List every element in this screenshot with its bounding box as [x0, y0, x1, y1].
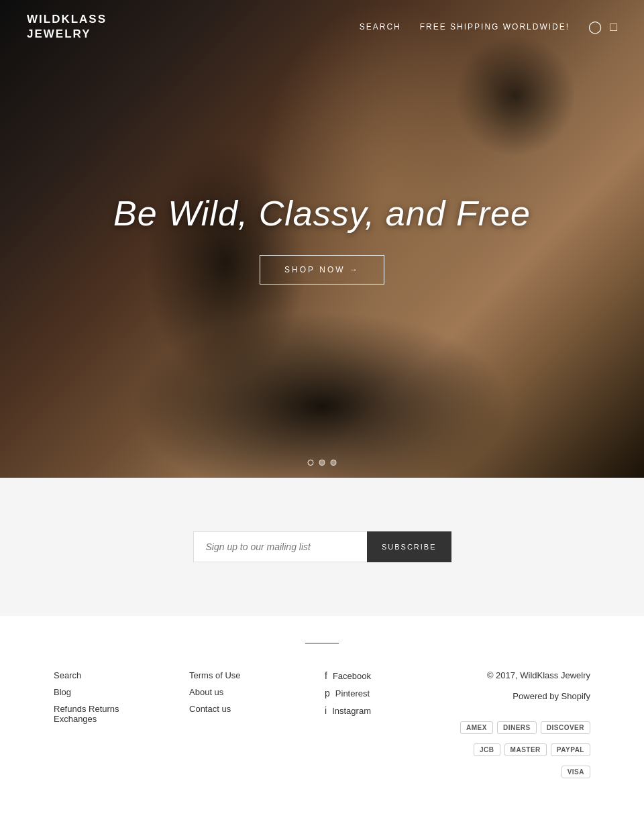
header-icons: ◯ □: [588, 19, 617, 34]
footer-pinterest-link[interactable]: p Pinterest: [325, 688, 447, 698]
footer-instagram-link[interactable]: i Instagram: [325, 705, 447, 716]
mailing-section: SUBSCRIBE: [0, 478, 644, 616]
footer-col-social: f Facebook p Pinterest i Instagram: [325, 670, 447, 778]
mailing-input[interactable]: [193, 531, 367, 562]
slider-dots: [308, 460, 337, 466]
payment-diners: DINERS: [497, 721, 537, 734]
payment-row-2: JCB MASTER PAYPAL: [460, 743, 590, 756]
cart-icon[interactable]: □: [610, 20, 617, 34]
footer-link-terms[interactable]: Terms of Use: [189, 670, 311, 680]
footer-col-2: Terms of Use About us Contact us: [189, 670, 311, 778]
payment-mastercard: MASTER: [504, 743, 547, 756]
footer-link-refunds[interactable]: Refunds ReturnsExchanges: [54, 704, 176, 724]
payment-paypal: PAYPAL: [551, 743, 590, 756]
payment-amex: AMEX: [460, 721, 493, 734]
pinterest-label: Pinterest: [335, 688, 370, 698]
hero-title: Be Wild, Classy, and Free: [113, 193, 531, 233]
footer-facebook-link[interactable]: f Facebook: [325, 670, 447, 681]
divider-section: [0, 616, 644, 657]
hero-content: Be Wild, Classy, and Free SHOP NOW →: [113, 193, 531, 284]
shipping-banner: FREE SHIPPING WORLDWIDE!: [420, 22, 570, 32]
footer-link-search[interactable]: Search: [54, 670, 176, 680]
payment-row-3: VISA: [460, 766, 590, 778]
facebook-icon: f: [325, 670, 327, 681]
nav-right: SEARCH FREE SHIPPING WORLDWIDE! ◯ □: [360, 19, 617, 34]
account-icon[interactable]: ◯: [588, 19, 602, 34]
payment-visa: VISA: [561, 766, 590, 778]
instagram-icon: i: [325, 705, 327, 716]
footer-copyright: © 2017, WildKlass Jewelry: [460, 670, 590, 680]
pinterest-icon: p: [325, 688, 330, 698]
slider-dot-2[interactable]: [319, 460, 325, 466]
footer-col-1: Search Blog Refunds ReturnsExchanges: [54, 670, 176, 778]
search-nav-item[interactable]: SEARCH: [360, 22, 401, 32]
payment-row-1: AMEX DINERS DISCOVER: [460, 721, 590, 734]
site-logo[interactable]: WILDKLASS JEWELRY: [27, 12, 107, 42]
mailing-form: SUBSCRIBE: [193, 531, 451, 562]
payment-discover: DISCOVER: [541, 721, 590, 734]
hero-section: Be Wild, Classy, and Free SHOP NOW →: [0, 0, 644, 478]
footer-link-blog[interactable]: Blog: [54, 687, 176, 697]
payment-jcb: JCB: [474, 743, 500, 756]
divider-line: [305, 643, 339, 643]
subscribe-button[interactable]: SUBSCRIBE: [367, 531, 451, 562]
footer-link-contact[interactable]: Contact us: [189, 704, 311, 714]
footer-link-about[interactable]: About us: [189, 687, 311, 697]
slider-dot-1[interactable]: [308, 460, 314, 466]
slider-dot-3[interactable]: [331, 460, 337, 466]
facebook-label: Facebook: [333, 671, 371, 681]
site-header: WILDKLASS JEWELRY SEARCH FREE SHIPPING W…: [0, 0, 644, 54]
site-footer: Search Blog Refunds ReturnsExchanges Ter…: [0, 657, 644, 819]
instagram-label: Instagram: [332, 706, 371, 716]
footer-powered: Powered by Shopify: [460, 691, 590, 701]
footer-col-right: © 2017, WildKlass Jewelry Powered by Sho…: [460, 670, 590, 778]
shop-now-button[interactable]: SHOP NOW →: [260, 255, 384, 284]
